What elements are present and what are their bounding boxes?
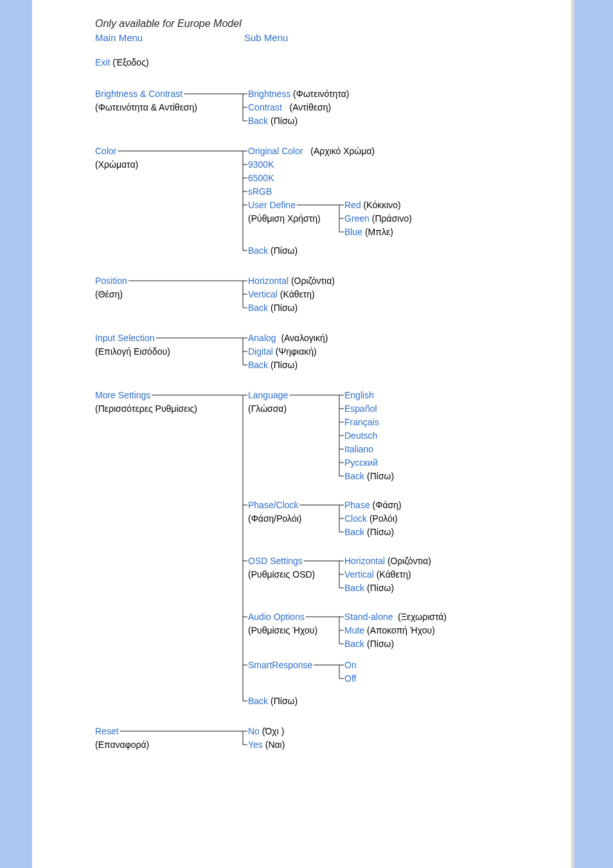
third-english: English — [344, 389, 394, 402]
third-russian: Русский — [344, 456, 394, 470]
third-stand-alone: Stand-alone (Ξεχωριστά) — [344, 610, 447, 624]
third-clock: Clock (Ρολόι) — [344, 512, 402, 526]
sub-9300k: 9300K — [248, 158, 412, 172]
third-on: On — [344, 659, 357, 672]
third-lang-back: Back (Πίσω) — [344, 470, 394, 483]
sub-smart-response: SmartResponse — [248, 659, 338, 672]
third-audio-back: Back (Πίσω) — [344, 637, 447, 651]
third-off: Off — [344, 672, 357, 686]
sub-phase-clock: Phase/Clock (Φάση/Ρολόι) — [248, 499, 338, 526]
menu-headers: Main Menu Sub Menu — [95, 32, 574, 43]
third-green: Green (Πράσινο) — [344, 212, 412, 226]
menu-exit-trans: (Έξοδος) — [112, 57, 148, 67]
sub-original-color: Original Color (Αρχικό Χρώμα) — [248, 145, 412, 158]
sub-osd-settings: OSD Settings (Ρυθμίσεις OSD) — [248, 554, 338, 581]
third-mute: Mute (Αποκοπή Ήχου) — [344, 624, 447, 637]
menu-exit-label: Exit — [95, 57, 110, 67]
sub-horizontal: Horizontal (Οριζόντια) — [248, 274, 335, 288]
menu-more-settings: More Settings (Περισσότερες Ρυθμίσεις) — [95, 389, 242, 416]
third-blue: Blue (Μπλε) — [344, 226, 412, 239]
sub-yes: Yes (Ναι) — [248, 738, 285, 752]
third-italiano: Italiano — [344, 443, 394, 456]
menu-brightness-contrast: Brightness & Contrast (Φωτεινότητα & Αντ… — [95, 87, 242, 114]
menu-color: Color (Χρώματα) — [95, 145, 242, 172]
sub-analog: Analog (Αναλογική) — [248, 332, 328, 345]
third-osd-horizontal: Horizontal (Οριζόντια) — [344, 554, 431, 568]
sub-color-back: Back (Πίσω) — [248, 244, 412, 258]
third-red: Red (Κόκκινο) — [344, 199, 412, 212]
sub-position-back: Back (Πίσω) — [248, 301, 335, 315]
third-deutsch: Deutsch — [344, 429, 394, 443]
europe-model-note: Only available for Europe Model — [95, 18, 574, 30]
third-osd-back: Back (Πίσω) — [344, 581, 431, 595]
sub-no: No (Όχι ) — [248, 725, 285, 738]
sub-digital: Digital (Ψηφιακή) — [248, 345, 328, 359]
menu-exit: Exit (Έξοδος) — [95, 56, 242, 69]
main-menu-header: Main Menu — [95, 32, 244, 43]
sub-srgb: sRGB — [248, 185, 412, 199]
third-osd-vertical: Vertical (Κάθετη) — [344, 568, 431, 581]
sub-contrast: Contrast (Αντίθεση) — [248, 101, 350, 114]
menu-brightness-contrast-trans: (Φωτεινότητα & Αντίθεση) — [95, 102, 197, 112]
sub-brightness: Brightness (Φωτεινότητα) — [248, 87, 350, 101]
third-espanol: Español — [344, 402, 394, 416]
menu-brightness-contrast-label: Brightness & Contrast — [95, 89, 182, 99]
menu-reset: Reset (Επαναφορά) — [95, 725, 242, 752]
sub-menu-header: Sub Menu — [244, 32, 288, 43]
sub-audio-options: Audio Options (Ρυθμίσεις Ήχου) — [248, 610, 338, 637]
third-francais: Français — [344, 416, 394, 429]
menu-position: Position (Θέση) — [95, 274, 242, 301]
sub-back: Back (Πίσω) — [248, 114, 350, 128]
sub-language: Language (Γλώσσα) — [248, 389, 338, 416]
sub-6500k: 6500K — [248, 172, 412, 185]
third-phase-back: Back (Πίσω) — [344, 526, 402, 539]
sub-vertical: Vertical (Κάθετη) — [248, 288, 335, 301]
third-phase: Phase (Φάση) — [344, 499, 402, 512]
sub-input-back: Back (Πίσω) — [248, 359, 328, 372]
sub-more-back: Back (Πίσω) — [248, 695, 447, 708]
menu-input-selection: Input Selection (Επιλογή Εισόδου) — [95, 332, 242, 359]
sub-user-define: User Define (Ρύθμιση Χρήστη) — [248, 199, 338, 226]
